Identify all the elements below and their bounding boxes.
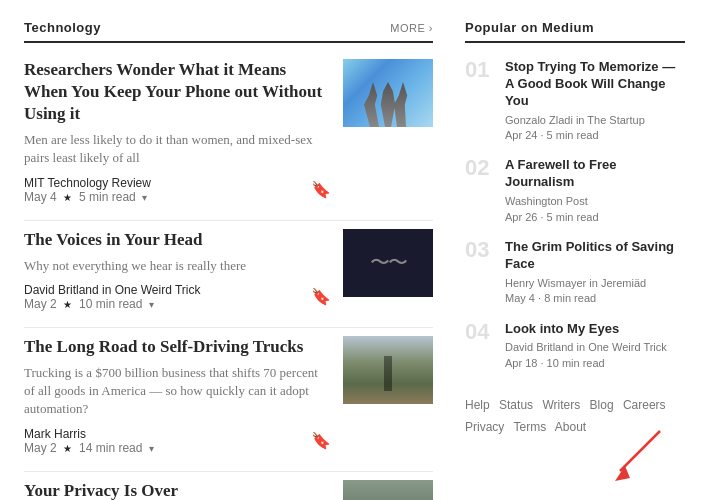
article-date: May 2: [24, 297, 57, 311]
popular-read-time: 8 min read: [544, 292, 596, 304]
article-content: The Long Road to Self-Driving Trucks Tru…: [24, 336, 331, 455]
more-link[interactable]: MORE ›: [390, 22, 433, 34]
popular-date: Apr 18: [505, 357, 537, 369]
footer-help-link[interactable]: Help: [465, 398, 490, 412]
popular-date: Apr 26: [505, 211, 537, 223]
popular-content: A Farewell to Free Journalism Washington…: [505, 157, 685, 225]
popular-author: David Britland in One Weird Trick: [505, 341, 667, 353]
popular-title[interactable]: Stop Trying To Memorize — A Good Book Wi…: [505, 59, 685, 110]
popular-title[interactable]: Look into My Eyes: [505, 321, 685, 338]
popular-author: Washington Post: [505, 195, 588, 207]
footer-status-link[interactable]: Status: [499, 398, 533, 412]
article-date: May 4: [24, 190, 57, 204]
sidebar-column: Popular on Medium 01 Stop Trying To Memo…: [465, 20, 685, 500]
article-meta-left: Mark Harris May 2 ★ 14 min read ▾: [24, 427, 154, 455]
svg-line-0: [620, 431, 660, 471]
popular-title[interactable]: A Farewell to Free Journalism: [505, 157, 685, 191]
star-icon: ★: [63, 192, 72, 203]
bookmark-icon[interactable]: 🔖: [311, 287, 331, 306]
article-meta: MIT Technology Review May 4 ★ 5 min read…: [24, 176, 331, 204]
article-date: May 2: [24, 441, 57, 455]
footer-blog-link[interactable]: Blog: [590, 398, 614, 412]
star-icon: ★: [63, 443, 72, 454]
article-item: Researchers Wonder What it Means When Yo…: [24, 59, 433, 221]
article-content: Your Privacy Is Over A plausible case fo…: [24, 480, 331, 500]
main-column: Technology MORE › Researchers Wonder Wha…: [24, 20, 433, 500]
article-content: The Voices in Your Head Why not everythi…: [24, 229, 331, 311]
article-image: [343, 480, 433, 500]
article-meta-left: David Britland in One Weird Trick May 2 …: [24, 283, 201, 311]
popular-item: 03 The Grim Politics of Saving Face Henr…: [465, 239, 685, 307]
popular-date: Apr 24: [505, 129, 537, 141]
star-icon: ★: [63, 299, 72, 310]
article-title[interactable]: Researchers Wonder What it Means When Yo…: [24, 59, 331, 125]
popular-item: 04 Look into My Eyes David Britland in O…: [465, 321, 685, 372]
sidebar-title: Popular on Medium: [465, 20, 685, 35]
article-meta-left: MIT Technology Review May 4 ★ 5 min read…: [24, 176, 151, 204]
popular-meta: David Britland in One Weird Trick Apr 18…: [505, 340, 685, 371]
article-meta: David Britland in One Weird Trick May 2 …: [24, 283, 331, 311]
article-content: Researchers Wonder What it Means When Yo…: [24, 59, 331, 204]
popular-number: 01: [465, 59, 493, 143]
popular-content: The Grim Politics of Saving Face Henry W…: [505, 239, 685, 307]
article-item: The Voices in Your Head Why not everythi…: [24, 229, 433, 328]
popular-date: May 4: [505, 292, 535, 304]
popular-number: 04: [465, 321, 493, 372]
section-header: Technology MORE ›: [24, 20, 433, 35]
popular-read-time: 5 min read: [547, 129, 599, 141]
chevron-down-icon[interactable]: ▾: [149, 443, 154, 454]
red-arrow-icon: [610, 426, 670, 486]
publication: Mark Harris: [24, 427, 86, 441]
section-divider: [24, 41, 433, 43]
article-image: [343, 229, 433, 297]
popular-title[interactable]: The Grim Politics of Saving Face: [505, 239, 685, 273]
read-time: 14 min read: [79, 441, 142, 455]
publication: David Britland in One Weird Trick: [24, 283, 201, 297]
article-meta: Mark Harris May 2 ★ 14 min read ▾ 🔖: [24, 427, 331, 455]
read-time: 5 min read: [79, 190, 136, 204]
popular-meta: Washington Post Apr 26 · 5 min read: [505, 194, 685, 225]
popular-number: 02: [465, 157, 493, 225]
footer-about-link[interactable]: About: [555, 420, 586, 434]
article-image: [343, 59, 433, 127]
popular-content: Stop Trying To Memorize — A Good Book Wi…: [505, 59, 685, 143]
publication: MIT Technology Review: [24, 176, 151, 190]
footer-links: Help Status Writers Blog Careers Privacy…: [465, 395, 685, 438]
article-item: Your Privacy Is Over A plausible case fo…: [24, 480, 433, 500]
section-title: Technology: [24, 20, 101, 35]
chevron-down-icon[interactable]: ▾: [142, 192, 147, 203]
popular-number: 03: [465, 239, 493, 307]
article-subtitle: Trucking is a $700 billion business that…: [24, 364, 331, 419]
popular-content: Look into My Eyes David Britland in One …: [505, 321, 685, 372]
article-title[interactable]: The Long Road to Self-Driving Trucks: [24, 336, 331, 358]
footer-privacy-link[interactable]: Privacy: [465, 420, 504, 434]
article-title[interactable]: Your Privacy Is Over: [24, 480, 331, 500]
article-subtitle: Why not everything we hear is really the…: [24, 257, 331, 275]
article-image: [343, 336, 433, 404]
popular-read-time: 5 min read: [547, 211, 599, 223]
article-item: The Long Road to Self-Driving Trucks Tru…: [24, 336, 433, 472]
bookmark-icon[interactable]: 🔖: [311, 180, 331, 199]
popular-meta: Henry Wismayer in Jeremiäd May 4 · 8 min…: [505, 276, 685, 307]
popular-author: Gonzalo Zladi in The Startup: [505, 114, 645, 126]
popular-meta: Gonzalo Zladi in The Startup Apr 24 · 5 …: [505, 113, 685, 144]
popular-author: Henry Wismayer in Jeremiäd: [505, 277, 646, 289]
sidebar-divider: [465, 41, 685, 43]
footer-careers-link[interactable]: Careers: [623, 398, 666, 412]
popular-item: 02 A Farewell to Free Journalism Washing…: [465, 157, 685, 225]
popular-read-time: 10 min read: [547, 357, 605, 369]
bookmark-icon[interactable]: 🔖: [311, 431, 331, 450]
footer-writers-link[interactable]: Writers: [542, 398, 580, 412]
arrow-annotation: [610, 426, 670, 494]
article-subtitle: Men are less likely to do it than women,…: [24, 131, 331, 167]
article-title[interactable]: The Voices in Your Head: [24, 229, 331, 251]
read-time: 10 min read: [79, 297, 142, 311]
popular-item: 01 Stop Trying To Memorize — A Good Book…: [465, 59, 685, 143]
chevron-down-icon[interactable]: ▾: [149, 299, 154, 310]
footer-terms-link[interactable]: Terms: [513, 420, 546, 434]
